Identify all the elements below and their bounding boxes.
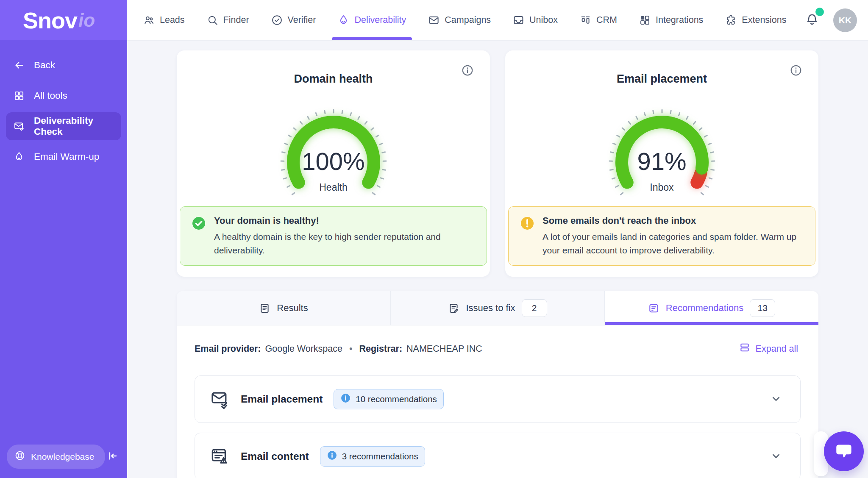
recommendations-note-icon: [648, 303, 659, 314]
badge-label: 10 recommendations: [356, 394, 437, 404]
sidebar-item-email-warm-up[interactable]: Email Warm-up: [6, 143, 121, 171]
info-button[interactable]: [460, 63, 475, 79]
notification-dot: [815, 8, 824, 16]
nav-item-label: Integrations: [656, 15, 703, 25]
nav-item-extensions[interactable]: Extensions: [725, 0, 786, 40]
registrar-label: Registrar:: [359, 344, 403, 354]
nav-item-label: Extensions: [742, 15, 786, 25]
expand-all-label: Expand all: [756, 344, 798, 354]
accordion-email-placement[interactable]: Email placement 10 recommendations: [195, 375, 801, 423]
grid-icon: [14, 90, 25, 101]
sidebar-item-label: Deliverability Check: [34, 115, 114, 137]
provider-info: Email provider: Google Workspace • Regis…: [195, 344, 482, 354]
notifications-button[interactable]: [804, 11, 821, 29]
issues-doc-icon: [448, 303, 459, 314]
nav-item-label: CRM: [596, 15, 617, 25]
sidebar-menu: Back All tools Deliverability Check Emai…: [0, 40, 127, 171]
puzzle-icon: [725, 14, 737, 26]
expand-row-button[interactable]: [767, 449, 785, 464]
registrar-value: NAMECHEAP INC: [406, 344, 482, 354]
info-dot-icon: [327, 450, 337, 463]
tab-recommendations[interactable]: Recommendations 13: [605, 291, 818, 325]
envelope-check-icon: [210, 389, 230, 409]
chevron-down-icon: [770, 450, 782, 464]
chat-widget-button[interactable]: [824, 431, 864, 471]
recommendation-groups: Email placement 10 recommendations Email…: [195, 375, 801, 478]
top-navigation: Leads Finder Verifier Deliverability Cam…: [127, 0, 868, 41]
collapse-icon: [107, 450, 119, 463]
top-nav-items: Leads Finder Verifier Deliverability Cam…: [143, 0, 787, 40]
card-title: Email placement: [520, 72, 804, 86]
brand-name: Snov: [23, 7, 77, 33]
brand-logo[interactable]: Snov io: [0, 0, 127, 40]
knowledgebase-button[interactable]: Knowledgebase: [7, 445, 105, 469]
info-button[interactable]: [789, 63, 803, 79]
expand-row-button[interactable]: [767, 392, 785, 407]
alert-body: A lot of your emails land in categories …: [542, 230, 804, 257]
accordion-title: Email content: [241, 450, 309, 462]
info-icon: [790, 64, 802, 78]
email-placement-alert: Some emails don't reach the inbox A lot …: [508, 206, 815, 266]
active-tab-underline: [605, 322, 818, 325]
avatar-initials: KK: [839, 15, 851, 25]
recommendations-count-badge: 10 recommendations: [334, 389, 443, 409]
gauge-label: Health: [268, 182, 399, 193]
sidebar-footer: Knowledgebase: [0, 435, 127, 478]
email-placement-card: Email placement 91% Inbox: [505, 50, 818, 277]
nav-item-finder[interactable]: Finder: [207, 0, 249, 40]
tab-issues-to-fix[interactable]: Issues to fix 2: [391, 291, 605, 325]
nav-item-campaigns[interactable]: Campaigns: [428, 0, 491, 40]
email-provider-label: Email provider:: [195, 344, 261, 354]
alert-body: A healthy domain is the key to high send…: [214, 230, 476, 257]
tab-results[interactable]: Results: [177, 291, 391, 325]
accordion-title: Email placement: [241, 393, 323, 405]
domain-health-card: Domain health 100% Health: [177, 50, 490, 277]
info-icon: [461, 64, 474, 78]
collapse-sidebar-button[interactable]: [105, 448, 120, 465]
nav-item-leads[interactable]: Leads: [143, 0, 185, 40]
sidebar-item-label: All tools: [34, 90, 67, 101]
sidebar-item-all-tools[interactable]: All tools: [6, 82, 121, 110]
inbox-icon: [513, 14, 524, 26]
sidebar-item-back[interactable]: Back: [6, 51, 121, 79]
card-title: Domain health: [191, 72, 476, 86]
gauge-value: 100%: [268, 147, 399, 175]
accordion-email-content[interactable]: Email content 3 recommendations: [195, 433, 801, 478]
nav-item-integrations[interactable]: Integrations: [639, 0, 703, 40]
recommendations-count-badge: 3 recommendations: [320, 446, 425, 467]
main-content: Domain health 100% Health: [127, 40, 868, 478]
nav-item-label: Verifier: [288, 15, 316, 25]
recommendations-panel: Email provider: Google Workspace • Regis…: [177, 325, 818, 478]
email-placement-gauge: 91% Inbox: [596, 99, 728, 197]
gauge-value: 91%: [596, 147, 728, 175]
domain-health-gauge: 100% Health: [268, 99, 399, 197]
alert-title: Some emails don't reach the inbox: [542, 215, 804, 226]
sidebar: Snov io Back All tools Deliverability Ch…: [0, 0, 127, 478]
tab-count-badge: 2: [522, 299, 547, 317]
tab-label: Results: [277, 303, 308, 314]
sidebar-item-label: Email Warm-up: [34, 151, 99, 162]
chevron-down-icon: [770, 392, 782, 406]
document-warning-icon: [210, 447, 230, 466]
warning-icon: [520, 216, 535, 231]
brand-suffix: io: [78, 10, 95, 31]
check-circle-icon: [271, 14, 283, 26]
envelope-icon: [428, 14, 440, 26]
nav-item-verifier[interactable]: Verifier: [271, 0, 316, 40]
nav-item-unibox[interactable]: Unibox: [513, 0, 558, 40]
avatar[interactable]: KK: [833, 8, 857, 32]
result-tabs: Results Issues to fix 2 Recommendations …: [177, 291, 818, 325]
mail-check-icon: [14, 121, 25, 132]
nav-item-label: Unibox: [529, 15, 558, 25]
nav-item-label: Campaigns: [445, 15, 491, 25]
nav-item-label: Leads: [160, 15, 185, 25]
nav-item-crm[interactable]: CRM: [580, 0, 617, 40]
nav-item-deliverability[interactable]: Deliverability: [338, 0, 406, 40]
grid-icon: [639, 14, 651, 26]
email-provider-value: Google Workspace: [265, 344, 342, 354]
users-icon: [143, 14, 155, 26]
expand-all-button[interactable]: Expand all: [737, 342, 801, 356]
sidebar-item-deliverability-check[interactable]: Deliverability Check: [6, 112, 121, 140]
top-nav-right: KK: [804, 8, 857, 32]
badge-label: 3 recommendations: [342, 451, 418, 461]
